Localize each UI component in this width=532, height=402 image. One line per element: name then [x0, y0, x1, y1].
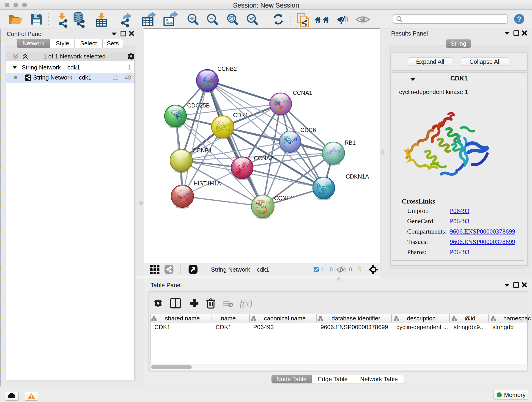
svg-text:CCNA1: CCNA1	[293, 89, 312, 96]
svg-text:CDC6: CDC6	[300, 127, 316, 133]
svg-text:CDC25B: CDC25B	[187, 102, 210, 109]
svg-text:1 – 0: 1 – 0	[321, 266, 333, 273]
svg-text:RB1: RB1	[345, 139, 356, 146]
svg-text:HIST1H1A: HIST1H1A	[194, 180, 221, 186]
svg-text:?: ?	[517, 15, 521, 23]
svg-text:0 – 0: 0 – 0	[349, 266, 361, 273]
svg-text:CCNB2: CCNB2	[217, 65, 237, 72]
svg-text:CCNB1: CCNB1	[192, 147, 212, 153]
svg-text:String Network – cdk1: String Network – cdk1	[211, 266, 269, 273]
svg-text:CCNE1: CCNE1	[274, 195, 293, 201]
svg-text:CCNA2: CCNA2	[254, 155, 273, 161]
svg-text:f(x): f(x)	[240, 298, 253, 308]
svg-text:CDKN1A: CDKN1A	[346, 173, 369, 180]
svg-text:CDK1: CDK1	[233, 112, 248, 118]
